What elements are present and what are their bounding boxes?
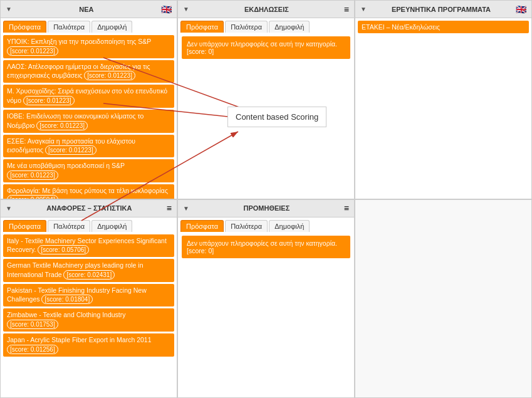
panel-ereynhtika-title: ΕΡΕΥΝΗΤΙΚΑ ΠΡΟΓΡΑΜΜΑΤΑ [369,6,513,13]
ekdilwseis-tab-older[interactable]: Παλιότερα [225,21,268,33]
panel-ekdilwseis-header: ▼ ΕΚΔΗΛΩΣΕΙΣ ≡ [178,1,354,18]
nea-tab-older[interactable]: Παλιότερα [48,21,90,33]
score-badge: [score: 0.02431] [63,270,115,280]
no-info-message: Δεν υπάρχουν πληροφορίες σε αυτή την κατ… [182,36,350,59]
list-item[interactable]: ΙΟΒΕ: Επιδείνωση του οικονομικού κλίματο… [3,110,174,133]
panel-anafores-header: ▼ ΑΝΑΦΟΡΕΣ – ΣΤΑΤΙΣΤΙΚΑ ≡ [1,200,177,217]
list-item[interactable]: ΥΠΟΙΚ: Εκπληξη για την προειδοποίηση της… [3,35,174,58]
panel-promithies: ▼ ΠΡΟΜΗΘΕΙΕΣ ≡ Πρόσφατα Παλιότερα Δημοφι… [177,199,355,399]
promithies-tab-popular[interactable]: Δημοφιλή [269,220,310,232]
list-item[interactable]: Zimbabwe - Textile and Clothing Industry… [3,308,174,332]
score-badge: [score: 0.01223] [7,46,58,56]
ekdilwseis-tabs: Πρόσφατα Παλιότερα Δημοφιλή [178,18,354,33]
score-badge: [score: 0.01223] [23,96,75,105]
promithies-collapse-icon[interactable]: ▼ [183,205,189,212]
score-badge: [score: 0.01223] [84,71,135,80]
nea-content: ΥΠΟΙΚ: Εκπληξη για την προειδοποίηση της… [1,33,177,199]
panel-nea-header: ▼ ΝΕΑ 🇬🇧 [1,1,177,18]
nea-tab-recent[interactable]: Πρόσφατα [3,21,46,33]
score-badge: [score: 0.01256] [7,345,58,354]
main-container: ▼ ΝΕΑ 🇬🇧 Πρόσφατα Παλιότερα Δημοφιλή ΥΠΟ… [0,0,532,398]
anafores-flag-icon: ≡ [167,203,172,213]
anafores-tabs: Πρόσφατα Παλιότερα Δημοφιλή [1,217,177,232]
list-item[interactable]: Pakistan - Textile Finishing Industry Fa… [3,284,174,307]
list-item[interactable]: Φορολογία: Με βάση τους ρύπους τα τέλη κ… [3,184,174,199]
score-badge: [score: 0.00594] [7,195,58,198]
list-item[interactable]: ETAKEI – Νέα/Εκδηλώσεις [358,21,529,33]
promithies-content: Δεν υπάρχουν πληροφορίες σε αυτή την κατ… [178,232,354,398]
ekdilwseis-tab-popular[interactable]: Δημοφιλή [269,21,310,33]
nea-flag-icon: 🇬🇧 [161,4,172,14]
list-item[interactable]: Italy - Textile Machinery Sector Experie… [3,234,174,258]
list-item[interactable]: ΕΣΕΕ: Αναγκαία η προστασία του ελάχιστου… [3,135,174,158]
panel-nea: ▼ ΝΕΑ 🇬🇧 Πρόσφατα Παλιότερα Δημοφιλή ΥΠΟ… [0,0,177,199]
anafores-tab-older[interactable]: Παλιότερα [48,220,90,232]
panel-anafores: ▼ ΑΝΑΦΟΡΕΣ – ΣΤΑΤΙΣΤΙΚΑ ≡ Πρόσφατα Παλιό… [0,199,177,399]
panel-ekdilwseis: ▼ ΕΚΔΗΛΩΣΕΙΣ ≡ Πρόσφατα Παλιότερα Δημοφι… [177,0,355,199]
score-badge: [score: 0.01223] [36,121,88,130]
anafores-tab-popular[interactable]: Δημοφιλή [91,220,132,232]
ekdilwseis-tab-recent[interactable]: Πρόσφατα [180,21,224,33]
ereynhtika-collapse-icon[interactable]: ▼ [360,6,367,13]
score-badge: [score: 0.01223] [45,145,96,155]
list-item[interactable]: Με νέα υποβάθμιση προειδοποιεί η S&P [sc… [3,159,174,182]
score-badge: [score: 0.01223] [7,170,58,180]
list-item[interactable]: Japan - Acrylic Staple Fiber Export in M… [3,333,174,357]
panel-ekdilwseis-title: ΕΚΔΗΛΩΣΕΙΣ [192,6,342,13]
no-info-message: Δεν υπάρχουν πληροφορίες σε αυτή την κατ… [182,236,350,258]
promithies-tab-recent[interactable]: Πρόσφατα [180,220,224,232]
promithies-tabs: Πρόσφατα Παλιότερα Δημοφιλή [178,217,354,232]
list-item[interactable]: Μ. Χρυσοχοΐδης: Σειρά ενισχύσεων στο νέο… [3,85,174,108]
ekdilwseis-collapse-icon[interactable]: ▼ [183,6,189,13]
ekdilwseis-content: Δεν υπάρχουν πληροφορίες σε αυτή την κατ… [178,33,354,199]
ereynhtika-content: ETAKEI – Νέα/Εκδηλώσεις [355,18,531,199]
panel-promithies-title: ΠΡΟΜΗΘΕΙΕΣ [192,204,342,212]
anafores-collapse-icon[interactable]: ▼ [6,205,12,212]
score-badge: [score: 0.01753] [7,320,58,329]
list-item[interactable]: ΛΑΟΣ: Ατέλεσφορα ημίμετρα οι διεργασίες … [3,60,174,83]
nea-tab-popular[interactable]: Δημοφιλή [91,21,132,33]
anafores-content: Italy - Textile Machinery Sector Experie… [1,232,177,398]
score-badge: [score: 0.05706] [38,245,89,254]
nea-tabs: Πρόσφατα Παλιότερα Δημοφιλή [1,18,177,33]
ekdilwseis-flag-icon: ≡ [344,4,349,14]
panel-ereynhtika-header: ▼ ΕΡΕΥΝΗΤΙΚΑ ΠΡΟΓΡΑΜΜΑΤΑ 🇬🇧 [355,1,531,18]
panel-nea-title: ΝΕΑ [14,6,159,13]
score-badge: [score: 0.01804] [41,295,93,304]
promithies-flag-icon: ≡ [344,203,349,213]
panel-anafores-title: ΑΝΑΦΟΡΕΣ – ΣΤΑΤΙΣΤΙΚΑ [14,204,164,212]
panel-promithies-header: ▼ ΠΡΟΜΗΘΕΙΕΣ ≡ [178,200,354,217]
nea-collapse-icon[interactable]: ▼ [6,6,12,13]
ereynhtika-flag-icon: 🇬🇧 [516,4,526,14]
panel-empty [355,199,532,399]
promithies-tab-older[interactable]: Παλιότερα [225,220,268,232]
panel-ereynhtika: ▼ ΕΡΕΥΝΗΤΙΚΑ ΠΡΟΓΡΑΜΜΑΤΑ 🇬🇧 ETAKEI – Νέα… [355,0,532,199]
list-item[interactable]: German Textile Machinery plays leading r… [3,259,174,282]
anafores-tab-recent[interactable]: Πρόσφατα [3,220,46,232]
